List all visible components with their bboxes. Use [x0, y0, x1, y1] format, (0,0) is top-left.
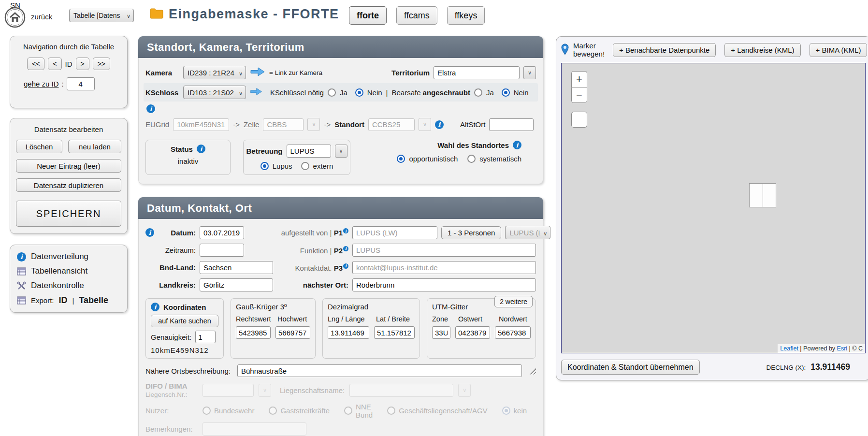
- info-icon[interactable]: [343, 263, 348, 269]
- landkreise-kml-button[interactable]: + Landkreise (KML): [724, 43, 800, 57]
- difo-bima-group: DIFO / BIMA Liegensch.Nr.: Liegenschafts…: [145, 382, 536, 436]
- info-icon[interactable]: [513, 141, 521, 149]
- map-zoom-in-button[interactable]: +: [571, 71, 587, 87]
- map-canvas[interactable]: + − Leaflet | Powered by Esri | © C: [561, 63, 866, 353]
- prev-record-button[interactable]: <: [48, 58, 61, 70]
- table-select-value: Tabelle [Datens: [73, 12, 120, 19]
- personen-button[interactable]: 1 - 3 Personen: [441, 226, 501, 239]
- info-icon[interactable]: [435, 120, 444, 129]
- altstort-label: AltStOrt: [460, 120, 486, 129]
- home-icon[interactable]: [4, 7, 26, 28]
- datum-label: Datum:: [158, 229, 196, 237]
- kschluessel-ja-radio[interactable]: [328, 88, 336, 97]
- landkreis-input[interactable]: [200, 278, 273, 291]
- reload-button[interactable]: neu laden: [68, 140, 121, 153]
- lat-label: Lat / Breite: [376, 315, 410, 323]
- ortsbeschreibung-input[interactable]: [237, 364, 522, 377]
- systematisch-label[interactable]: systematisch: [479, 155, 521, 163]
- link-arrow-icon[interactable]: [250, 87, 262, 97]
- first-record-button[interactable]: <<: [27, 58, 44, 70]
- info-icon[interactable]: [151, 303, 159, 311]
- kschloss-select[interactable]: ID103 : 21S02: [183, 86, 246, 99]
- data-distribution-link[interactable]: Datenverteilung: [17, 252, 120, 262]
- p2-input[interactable]: [352, 244, 536, 257]
- table-view-link[interactable]: Tabellenansicht: [17, 266, 120, 276]
- link-arrow-icon[interactable]: [250, 67, 265, 78]
- gauss-title: Gauß-Krüger 3º: [236, 303, 310, 311]
- lat-input[interactable]: [374, 326, 415, 339]
- betreuung-input[interactable]: [287, 145, 331, 158]
- bearsafe-nein-radio[interactable]: [502, 88, 510, 97]
- last-record-button[interactable]: >>: [93, 58, 110, 70]
- lng-input[interactable]: [328, 326, 369, 339]
- info-icon[interactable]: [343, 228, 348, 233]
- app-button-fforte[interactable]: fforte: [349, 6, 387, 25]
- p1-select[interactable]: LUPUS (LW: [505, 226, 550, 239]
- rechtswert-input[interactable]: [236, 326, 271, 339]
- rechtswert-label: Rechtswert: [236, 315, 272, 323]
- territorium-input[interactable]: [434, 66, 520, 79]
- betreuung-extern-radio[interactable]: [301, 162, 309, 170]
- info-icon[interactable]: [146, 104, 155, 113]
- dezimalgrad-box: Dezimalgrad Lng / Länge Lat / Breite: [322, 298, 420, 359]
- betreuung-lupus-label[interactable]: Lupus: [273, 162, 292, 170]
- duplicate-record-button[interactable]: Datensatz duplizieren: [16, 178, 121, 192]
- app-button-ffcams[interactable]: ffcams: [396, 6, 437, 25]
- table-select[interactable]: Tabelle [Datens: [69, 9, 134, 22]
- ostwert-input[interactable]: [455, 326, 490, 339]
- kschluessel-nein-radio[interactable]: [355, 88, 363, 97]
- map-zoom-out-button[interactable]: −: [571, 87, 587, 103]
- nordwert-input[interactable]: [495, 326, 531, 339]
- leaflet-link[interactable]: Leaflet: [780, 345, 798, 352]
- data-control-link[interactable]: Datenkontrolle: [17, 281, 120, 291]
- goto-id-link[interactable]: gehe zu ID: [24, 80, 59, 88]
- systematisch-radio[interactable]: [467, 155, 476, 163]
- genauigkeit-input[interactable]: [195, 331, 216, 343]
- kamera-select[interactable]: ID239 : 21R24: [183, 66, 246, 79]
- opportunistisch-radio[interactable]: [397, 155, 405, 163]
- betreuung-extern-label[interactable]: extern: [313, 162, 333, 170]
- info-icon[interactable]: [145, 228, 154, 237]
- bndland-input[interactable]: [200, 261, 273, 274]
- bearsafe-ja-label[interactable]: Ja: [486, 88, 494, 97]
- naechster-ort-input[interactable]: [352, 278, 536, 291]
- kschluessel-nein-label[interactable]: Nein: [367, 88, 382, 97]
- karte-suchen-button[interactable]: auf Karte suchen: [151, 315, 218, 327]
- bearsafe-ja-radio[interactable]: [474, 88, 482, 97]
- hochwert-input[interactable]: [275, 326, 310, 339]
- weitere-button[interactable]: 2 weitere: [494, 296, 533, 307]
- declng-value: 13.911469: [810, 362, 850, 372]
- back-link[interactable]: zurück: [31, 13, 52, 21]
- export-table-link[interactable]: Tabelle: [79, 295, 108, 305]
- p3-input[interactable]: [352, 261, 536, 274]
- info-icon[interactable]: [197, 145, 205, 153]
- opportunistisch-label[interactable]: opportunistisch: [409, 155, 458, 163]
- export-id-link[interactable]: ID: [59, 295, 68, 305]
- goto-id-input[interactable]: [67, 77, 95, 90]
- kschluessel-ja-label[interactable]: Ja: [340, 88, 347, 97]
- new-entry-button[interactable]: Neuer Eintrag (leer): [16, 159, 121, 173]
- next-record-button[interactable]: >: [76, 58, 89, 70]
- app-button-ffkeys[interactable]: ffkeys: [447, 6, 485, 25]
- esri-link[interactable]: Esri: [837, 345, 848, 352]
- bearsafe-nein-label[interactable]: Nein: [514, 88, 529, 97]
- zone-input[interactable]: [432, 326, 450, 339]
- export-label: Export:: [31, 296, 54, 305]
- altstort-input[interactable]: [489, 118, 534, 131]
- folder-icon: [150, 8, 163, 21]
- delete-button[interactable]: Löschen: [16, 140, 62, 153]
- save-button[interactable]: SPEICHERN: [16, 201, 121, 227]
- p1-input[interactable]: [352, 226, 437, 239]
- info-icon[interactable]: [343, 246, 348, 251]
- bima-kml-button[interactable]: + BIMA (KML): [810, 43, 868, 57]
- betreuung-lupus-radio[interactable]: [260, 162, 269, 170]
- territorium-dropdown-button[interactable]: [523, 66, 536, 79]
- zeitraum-input[interactable]: [200, 244, 244, 257]
- eugrid-label: EUGrid: [145, 120, 169, 129]
- resize-grip-icon[interactable]: [529, 367, 536, 375]
- map-layers-button[interactable]: [571, 112, 587, 128]
- benachbarte-datenpunkte-button[interactable]: + Benachbarte Datenpunkte: [613, 43, 716, 57]
- datum-input[interactable]: [200, 226, 244, 239]
- apply-coordinates-button[interactable]: Koordinaten & Standort übernehmen: [561, 360, 700, 375]
- betreuung-dropdown-button[interactable]: [335, 145, 347, 158]
